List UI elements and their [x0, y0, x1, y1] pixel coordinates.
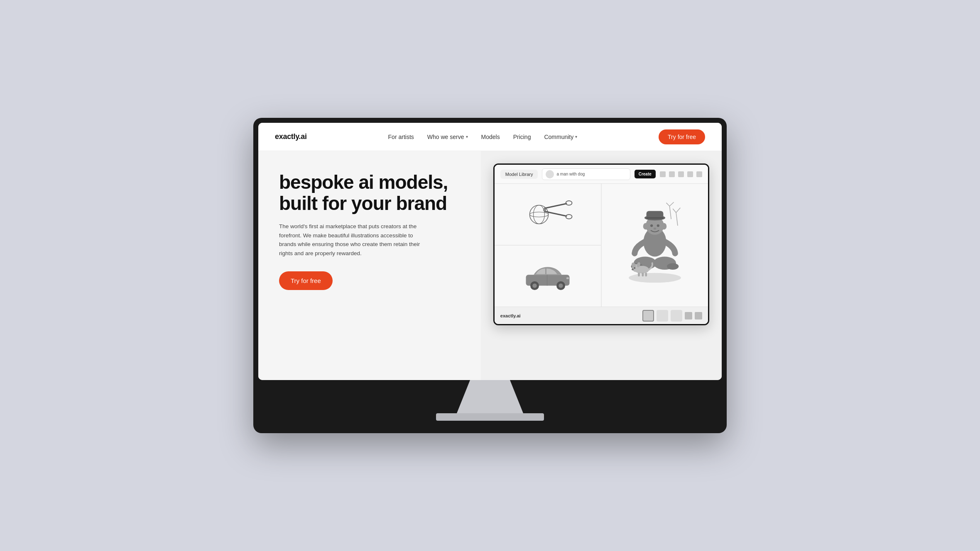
svg-rect-42 [638, 273, 640, 276]
svg-point-6 [566, 201, 572, 205]
arrow-icon[interactable] [669, 171, 675, 177]
nav-links: For artists Who we serve ▾ Models Pricin… [388, 134, 578, 140]
navbar: exactly.ai For artists Who we serve ▾ Mo… [258, 123, 722, 151]
app-content-grid [495, 184, 708, 307]
app-footer: exactly.ai [495, 307, 708, 324]
hero-title: bespoke ai models, built for your brand [279, 172, 460, 214]
nav-logo: exactly.ai [275, 132, 307, 141]
more-icon[interactable] [696, 171, 702, 177]
svg-rect-44 [645, 273, 647, 276]
svg-point-40 [634, 267, 635, 269]
app-footer-logo: exactly.ai [500, 313, 521, 318]
thumbnail-3[interactable] [671, 310, 682, 322]
car-illustration [523, 260, 573, 293]
thumbnail-grid-icon[interactable] [685, 312, 692, 319]
svg-line-19 [673, 209, 676, 212]
app-create-button[interactable]: Create [635, 170, 656, 178]
svg-line-3 [544, 203, 566, 208]
nav-link-for-artists[interactable]: For artists [388, 134, 414, 140]
svg-point-35 [667, 263, 679, 270]
app-search-avatar [546, 170, 554, 178]
svg-point-31 [662, 223, 667, 230]
hero-right: Model Library a man with dog Create [481, 151, 722, 380]
svg-point-5 [543, 208, 546, 212]
app-preview-window: Model Library a man with dog Create [493, 163, 709, 325]
monitor-stand-base [436, 413, 544, 421]
chevron-down-icon-community: ▾ [575, 134, 577, 139]
man-dog-illustration [622, 200, 688, 291]
hero-description: The world's first ai marketplace that pu… [279, 222, 429, 258]
chevron-down-icon: ▾ [466, 134, 468, 139]
svg-point-27 [650, 224, 653, 227]
thumbnail-expand-icon[interactable] [695, 312, 702, 319]
nav-link-models[interactable]: Models [481, 134, 500, 140]
nav-link-pricing[interactable]: Pricing [513, 134, 531, 140]
svg-point-28 [657, 224, 659, 227]
grid-icon[interactable] [660, 171, 666, 177]
svg-point-12 [559, 283, 563, 288]
svg-line-17 [669, 202, 674, 206]
thumbnail-1[interactable] [642, 310, 654, 322]
app-toolbar: Model Library a man with dog Create [495, 165, 708, 184]
thumbnail-2[interactable] [657, 310, 668, 322]
svg-rect-14 [566, 277, 569, 279]
svg-point-1 [533, 205, 544, 224]
hero-section: bespoke ai models, built for your brand … [258, 151, 722, 380]
app-model-library-label: Model Library [500, 170, 538, 179]
svg-point-21 [629, 273, 681, 283]
app-footer-thumbnails [642, 310, 702, 322]
app-toolbar-icons [660, 171, 702, 177]
svg-point-29 [654, 228, 656, 230]
hero-cta-button[interactable]: Try for free [279, 271, 333, 290]
hero-left: bespoke ai models, built for your brand … [258, 151, 481, 380]
monitor: exactly.ai For artists Who we serve ▾ Mo… [253, 118, 727, 433]
svg-point-2 [529, 212, 548, 217]
svg-point-41 [632, 268, 634, 271]
app-cell-scissors [495, 184, 601, 245]
app-search-text: a man with dog [556, 172, 626, 176]
svg-point-7 [566, 215, 572, 219]
app-cell-car [495, 246, 601, 307]
svg-line-20 [676, 208, 680, 213]
svg-line-16 [666, 203, 669, 206]
monitor-screen: exactly.ai For artists Who we serve ▾ Mo… [258, 123, 722, 380]
nav-link-community[interactable]: Community ▾ [544, 134, 577, 140]
svg-line-15 [669, 206, 671, 219]
svg-rect-43 [642, 273, 644, 276]
scissors-illustration [523, 196, 573, 233]
monitor-stand-neck [457, 380, 523, 413]
svg-point-10 [532, 283, 537, 288]
app-cell-man-dog [602, 184, 708, 307]
chat-icon[interactable] [678, 171, 684, 177]
svg-rect-26 [646, 217, 663, 219]
monitor-stand [258, 380, 722, 421]
nav-link-who-we-serve[interactable]: Who we serve ▾ [427, 134, 468, 140]
nav-cta-button[interactable]: Try for free [659, 129, 705, 144]
svg-line-18 [676, 212, 678, 225]
app-search-bar[interactable]: a man with dog [542, 168, 630, 180]
svg-point-30 [643, 223, 649, 230]
clock-icon[interactable] [687, 171, 693, 177]
